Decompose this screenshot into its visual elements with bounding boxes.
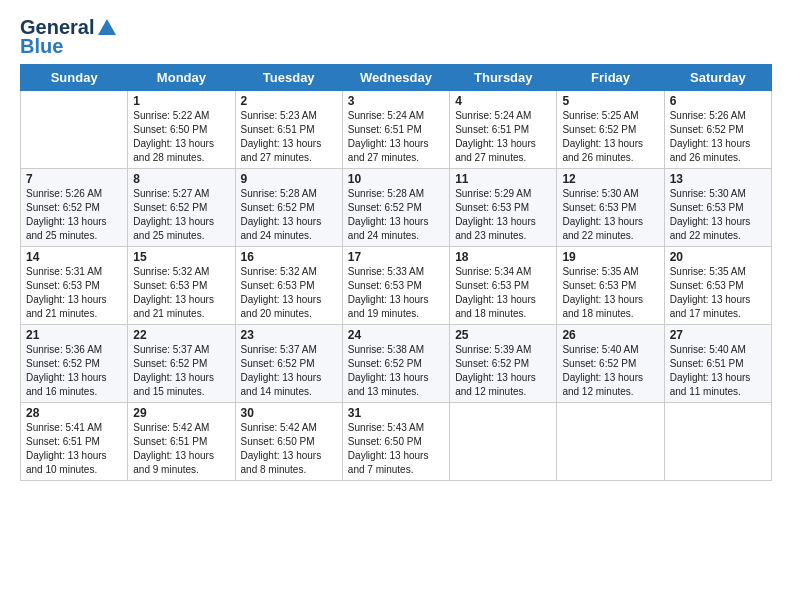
- day-info: Sunrise: 5:43 AM Sunset: 6:50 PM Dayligh…: [348, 421, 444, 477]
- day-info: Sunrise: 5:40 AM Sunset: 6:51 PM Dayligh…: [670, 343, 766, 399]
- day-info: Sunrise: 5:31 AM Sunset: 6:53 PM Dayligh…: [26, 265, 122, 321]
- day-number: 25: [455, 328, 551, 342]
- day-info: Sunrise: 5:24 AM Sunset: 6:51 PM Dayligh…: [455, 109, 551, 165]
- day-info: Sunrise: 5:25 AM Sunset: 6:52 PM Dayligh…: [562, 109, 658, 165]
- day-number: 9: [241, 172, 337, 186]
- calendar-cell: 24Sunrise: 5:38 AM Sunset: 6:52 PM Dayli…: [342, 325, 449, 403]
- day-number: 14: [26, 250, 122, 264]
- day-info: Sunrise: 5:29 AM Sunset: 6:53 PM Dayligh…: [455, 187, 551, 243]
- calendar-cell: 22Sunrise: 5:37 AM Sunset: 6:52 PM Dayli…: [128, 325, 235, 403]
- weekday-header-tuesday: Tuesday: [235, 65, 342, 91]
- day-info: Sunrise: 5:40 AM Sunset: 6:52 PM Dayligh…: [562, 343, 658, 399]
- day-info: Sunrise: 5:28 AM Sunset: 6:52 PM Dayligh…: [348, 187, 444, 243]
- day-number: 29: [133, 406, 229, 420]
- day-number: 5: [562, 94, 658, 108]
- day-number: 19: [562, 250, 658, 264]
- weekday-header-row: SundayMondayTuesdayWednesdayThursdayFrid…: [21, 65, 772, 91]
- weekday-header-thursday: Thursday: [450, 65, 557, 91]
- day-info: Sunrise: 5:32 AM Sunset: 6:53 PM Dayligh…: [241, 265, 337, 321]
- day-info: Sunrise: 5:36 AM Sunset: 6:52 PM Dayligh…: [26, 343, 122, 399]
- day-number: 3: [348, 94, 444, 108]
- day-number: 31: [348, 406, 444, 420]
- calendar-cell: 15Sunrise: 5:32 AM Sunset: 6:53 PM Dayli…: [128, 247, 235, 325]
- day-info: Sunrise: 5:34 AM Sunset: 6:53 PM Dayligh…: [455, 265, 551, 321]
- calendar-cell: 19Sunrise: 5:35 AM Sunset: 6:53 PM Dayli…: [557, 247, 664, 325]
- calendar-cell: 23Sunrise: 5:37 AM Sunset: 6:52 PM Dayli…: [235, 325, 342, 403]
- day-info: Sunrise: 5:26 AM Sunset: 6:52 PM Dayligh…: [670, 109, 766, 165]
- day-number: 12: [562, 172, 658, 186]
- day-number: 20: [670, 250, 766, 264]
- day-number: 24: [348, 328, 444, 342]
- day-number: 17: [348, 250, 444, 264]
- calendar-cell: 29Sunrise: 5:42 AM Sunset: 6:51 PM Dayli…: [128, 403, 235, 481]
- logo: General Blue: [20, 16, 118, 58]
- week-row-2: 7Sunrise: 5:26 AM Sunset: 6:52 PM Daylig…: [21, 169, 772, 247]
- day-number: 16: [241, 250, 337, 264]
- day-info: Sunrise: 5:37 AM Sunset: 6:52 PM Dayligh…: [133, 343, 229, 399]
- calendar-cell: 18Sunrise: 5:34 AM Sunset: 6:53 PM Dayli…: [450, 247, 557, 325]
- calendar-cell: 10Sunrise: 5:28 AM Sunset: 6:52 PM Dayli…: [342, 169, 449, 247]
- day-number: 6: [670, 94, 766, 108]
- day-info: Sunrise: 5:42 AM Sunset: 6:50 PM Dayligh…: [241, 421, 337, 477]
- calendar-cell: 14Sunrise: 5:31 AM Sunset: 6:53 PM Dayli…: [21, 247, 128, 325]
- day-info: Sunrise: 5:30 AM Sunset: 6:53 PM Dayligh…: [670, 187, 766, 243]
- calendar-cell: 11Sunrise: 5:29 AM Sunset: 6:53 PM Dayli…: [450, 169, 557, 247]
- day-info: Sunrise: 5:27 AM Sunset: 6:52 PM Dayligh…: [133, 187, 229, 243]
- day-info: Sunrise: 5:30 AM Sunset: 6:53 PM Dayligh…: [562, 187, 658, 243]
- calendar-cell: 4Sunrise: 5:24 AM Sunset: 6:51 PM Daylig…: [450, 91, 557, 169]
- day-info: Sunrise: 5:26 AM Sunset: 6:52 PM Dayligh…: [26, 187, 122, 243]
- day-info: Sunrise: 5:42 AM Sunset: 6:51 PM Dayligh…: [133, 421, 229, 477]
- day-info: Sunrise: 5:37 AM Sunset: 6:52 PM Dayligh…: [241, 343, 337, 399]
- day-info: Sunrise: 5:28 AM Sunset: 6:52 PM Dayligh…: [241, 187, 337, 243]
- calendar-cell: 7Sunrise: 5:26 AM Sunset: 6:52 PM Daylig…: [21, 169, 128, 247]
- calendar-cell: 26Sunrise: 5:40 AM Sunset: 6:52 PM Dayli…: [557, 325, 664, 403]
- day-number: 30: [241, 406, 337, 420]
- calendar-cell: 5Sunrise: 5:25 AM Sunset: 6:52 PM Daylig…: [557, 91, 664, 169]
- day-info: Sunrise: 5:41 AM Sunset: 6:51 PM Dayligh…: [26, 421, 122, 477]
- day-number: 28: [26, 406, 122, 420]
- calendar-cell: 20Sunrise: 5:35 AM Sunset: 6:53 PM Dayli…: [664, 247, 771, 325]
- calendar-cell: 16Sunrise: 5:32 AM Sunset: 6:53 PM Dayli…: [235, 247, 342, 325]
- logo-blue: Blue: [20, 35, 63, 58]
- week-row-4: 21Sunrise: 5:36 AM Sunset: 6:52 PM Dayli…: [21, 325, 772, 403]
- calendar-cell: 17Sunrise: 5:33 AM Sunset: 6:53 PM Dayli…: [342, 247, 449, 325]
- day-number: 7: [26, 172, 122, 186]
- day-number: 4: [455, 94, 551, 108]
- calendar-cell: 6Sunrise: 5:26 AM Sunset: 6:52 PM Daylig…: [664, 91, 771, 169]
- day-info: Sunrise: 5:35 AM Sunset: 6:53 PM Dayligh…: [670, 265, 766, 321]
- weekday-header-saturday: Saturday: [664, 65, 771, 91]
- calendar-cell: 25Sunrise: 5:39 AM Sunset: 6:52 PM Dayli…: [450, 325, 557, 403]
- calendar-cell: 1Sunrise: 5:22 AM Sunset: 6:50 PM Daylig…: [128, 91, 235, 169]
- calendar-cell: 8Sunrise: 5:27 AM Sunset: 6:52 PM Daylig…: [128, 169, 235, 247]
- day-number: 10: [348, 172, 444, 186]
- day-info: Sunrise: 5:24 AM Sunset: 6:51 PM Dayligh…: [348, 109, 444, 165]
- weekday-header-friday: Friday: [557, 65, 664, 91]
- header: General Blue: [20, 16, 772, 58]
- day-number: 22: [133, 328, 229, 342]
- page-container: General Blue SundayMondayTuesdayWednesda…: [0, 0, 792, 491]
- day-info: Sunrise: 5:22 AM Sunset: 6:50 PM Dayligh…: [133, 109, 229, 165]
- weekday-header-sunday: Sunday: [21, 65, 128, 91]
- calendar-cell: 28Sunrise: 5:41 AM Sunset: 6:51 PM Dayli…: [21, 403, 128, 481]
- day-info: Sunrise: 5:23 AM Sunset: 6:51 PM Dayligh…: [241, 109, 337, 165]
- calendar-cell: 27Sunrise: 5:40 AM Sunset: 6:51 PM Dayli…: [664, 325, 771, 403]
- calendar-cell: 2Sunrise: 5:23 AM Sunset: 6:51 PM Daylig…: [235, 91, 342, 169]
- weekday-header-wednesday: Wednesday: [342, 65, 449, 91]
- calendar-cell: [21, 91, 128, 169]
- calendar-cell: [664, 403, 771, 481]
- day-info: Sunrise: 5:32 AM Sunset: 6:53 PM Dayligh…: [133, 265, 229, 321]
- svg-marker-0: [98, 19, 116, 35]
- calendar-cell: 21Sunrise: 5:36 AM Sunset: 6:52 PM Dayli…: [21, 325, 128, 403]
- calendar-cell: 3Sunrise: 5:24 AM Sunset: 6:51 PM Daylig…: [342, 91, 449, 169]
- week-row-5: 28Sunrise: 5:41 AM Sunset: 6:51 PM Dayli…: [21, 403, 772, 481]
- day-number: 23: [241, 328, 337, 342]
- calendar-cell: 9Sunrise: 5:28 AM Sunset: 6:52 PM Daylig…: [235, 169, 342, 247]
- day-number: 27: [670, 328, 766, 342]
- day-number: 21: [26, 328, 122, 342]
- calendar-cell: 31Sunrise: 5:43 AM Sunset: 6:50 PM Dayli…: [342, 403, 449, 481]
- weekday-header-monday: Monday: [128, 65, 235, 91]
- day-number: 18: [455, 250, 551, 264]
- calendar-cell: [450, 403, 557, 481]
- day-number: 26: [562, 328, 658, 342]
- day-number: 13: [670, 172, 766, 186]
